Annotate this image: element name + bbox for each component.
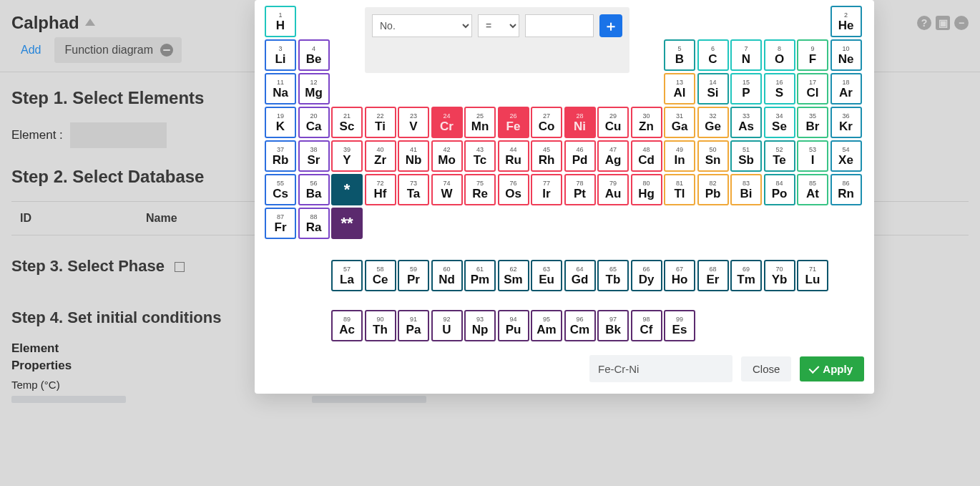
element-Ra[interactable]: 88Ra [298, 208, 330, 239]
element-Ga[interactable]: 31Ga [664, 107, 695, 138]
element-W[interactable]: 74W [431, 174, 463, 205]
element-Bk[interactable]: 97Bk [597, 310, 629, 341]
element-Fr[interactable]: 87Fr [265, 208, 296, 239]
element-Cd[interactable]: 48Cd [631, 140, 662, 172]
element-Ce[interactable]: 58Ce [365, 260, 396, 291]
element-Kr[interactable]: 36Kr [830, 107, 862, 138]
filter-field-select[interactable]: No. [372, 14, 472, 37]
element-N[interactable]: 7N [730, 39, 762, 71]
element-S[interactable]: 16S [764, 73, 795, 105]
element-Br[interactable]: 35Br [797, 107, 828, 138]
element-Li[interactable]: 3Li [265, 39, 296, 71]
filter-op-select[interactable]: = [478, 14, 519, 37]
close-button[interactable]: Close [741, 356, 791, 381]
element-Te[interactable]: 52Te [764, 140, 795, 172]
element-Al[interactable]: 13Al [664, 73, 695, 105]
element-Eu[interactable]: 63Eu [531, 260, 562, 291]
element-At[interactable]: 85At [797, 174, 828, 205]
filter-value-input[interactable] [525, 14, 594, 37]
element-Cu[interactable]: 29Cu [597, 107, 629, 138]
element-Rb[interactable]: 37Rb [265, 140, 296, 172]
element-C[interactable]: 6C [697, 39, 729, 71]
element-K[interactable]: 19K [265, 107, 296, 138]
element-Ti[interactable]: 22Ti [365, 107, 396, 138]
element-Rh[interactable]: 45Rh [531, 140, 562, 172]
element-Bi[interactable]: 83Bi [730, 174, 762, 205]
element-Ca[interactable]: 20Ca [298, 107, 330, 138]
element-Pb[interactable]: 82Pb [697, 174, 729, 205]
element-Mo[interactable]: 42Mo [431, 140, 463, 172]
element-Po[interactable]: 84Po [764, 174, 795, 205]
element-Si[interactable]: 14Si [697, 73, 729, 105]
element-He[interactable]: 2He [830, 6, 862, 37]
element-Pd[interactable]: 46Pd [564, 140, 596, 172]
element-Ni[interactable]: 28Ni [564, 107, 596, 138]
element-V[interactable]: 23V [398, 107, 429, 138]
element-Tc[interactable]: 43Tc [464, 140, 496, 172]
element-Gd[interactable]: 64Gd [564, 260, 596, 291]
selected-elements-input[interactable] [589, 355, 732, 382]
element-Ne[interactable]: 10Ne [830, 39, 862, 71]
element-Nb[interactable]: 41Nb [398, 140, 429, 172]
element-Sm[interactable]: 62Sm [498, 260, 529, 291]
element-Ho[interactable]: 67Ho [664, 260, 695, 291]
element-Rn[interactable]: 86Rn [830, 174, 862, 205]
element-Sr[interactable]: 38Sr [298, 140, 330, 172]
element-In[interactable]: 49In [664, 140, 695, 172]
element-Ar[interactable]: 18Ar [830, 73, 862, 105]
element-*[interactable]: * [331, 174, 363, 205]
element-Sn[interactable]: 50Sn [697, 140, 729, 172]
element-Ag[interactable]: 47Ag [597, 140, 629, 172]
element-**[interactable]: ** [331, 208, 363, 239]
element-Os[interactable]: 76Os [498, 174, 529, 205]
element-Ge[interactable]: 32Ge [697, 107, 729, 138]
element-Dy[interactable]: 66Dy [631, 260, 662, 291]
element-Pu[interactable]: 94Pu [498, 310, 529, 341]
element-Ac[interactable]: 89Ac [331, 310, 363, 341]
element-Er[interactable]: 68Er [697, 260, 729, 291]
element-Co[interactable]: 27Co [531, 107, 562, 138]
element-Th[interactable]: 90Th [365, 310, 396, 341]
element-Fe[interactable]: 26Fe [498, 107, 529, 138]
element-Zr[interactable]: 40Zr [365, 140, 396, 172]
element-Tl[interactable]: 81Tl [664, 174, 695, 205]
element-Ba[interactable]: 56Ba [298, 174, 330, 205]
element-Cm[interactable]: 96Cm [564, 310, 596, 341]
element-Ru[interactable]: 44Ru [498, 140, 529, 172]
element-Am[interactable]: 95Am [531, 310, 562, 341]
filter-add-button[interactable]: ＋ [599, 14, 622, 37]
apply-button[interactable]: Apply [800, 356, 864, 381]
element-Tm[interactable]: 69Tm [730, 260, 762, 291]
element-Mn[interactable]: 25Mn [464, 107, 496, 138]
element-O[interactable]: 8O [764, 39, 795, 71]
element-Cf[interactable]: 98Cf [631, 310, 662, 341]
element-Be[interactable]: 4Be [298, 39, 330, 71]
element-Hg[interactable]: 80Hg [631, 174, 662, 205]
element-Ir[interactable]: 77Ir [531, 174, 562, 205]
element-Pt[interactable]: 78Pt [564, 174, 596, 205]
element-Sc[interactable]: 21Sc [331, 107, 363, 138]
element-Cs[interactable]: 55Cs [265, 174, 296, 205]
element-Sb[interactable]: 51Sb [730, 140, 762, 172]
element-B[interactable]: 5B [664, 39, 695, 71]
element-Np[interactable]: 93Np [464, 310, 496, 341]
element-Mg[interactable]: 12Mg [298, 73, 330, 105]
element-Se[interactable]: 34Se [764, 107, 795, 138]
element-Cl[interactable]: 17Cl [797, 73, 828, 105]
element-Re[interactable]: 75Re [464, 174, 496, 205]
element-I[interactable]: 53I [797, 140, 828, 172]
element-F[interactable]: 9F [797, 39, 828, 71]
element-Nd[interactable]: 60Nd [431, 260, 463, 291]
element-Hf[interactable]: 72Hf [365, 174, 396, 205]
element-H[interactable]: 1H [265, 6, 296, 37]
element-Yb[interactable]: 70Yb [764, 260, 795, 291]
element-Pm[interactable]: 61Pm [464, 260, 496, 291]
element-La[interactable]: 57La [331, 260, 363, 291]
element-Au[interactable]: 79Au [597, 174, 629, 205]
element-P[interactable]: 15P [730, 73, 762, 105]
element-Cr[interactable]: 24Cr [431, 107, 463, 138]
element-Na[interactable]: 11Na [265, 73, 296, 105]
element-Y[interactable]: 39Y [331, 140, 363, 172]
element-Tb[interactable]: 65Tb [597, 260, 629, 291]
element-Es[interactable]: 99Es [664, 310, 695, 341]
